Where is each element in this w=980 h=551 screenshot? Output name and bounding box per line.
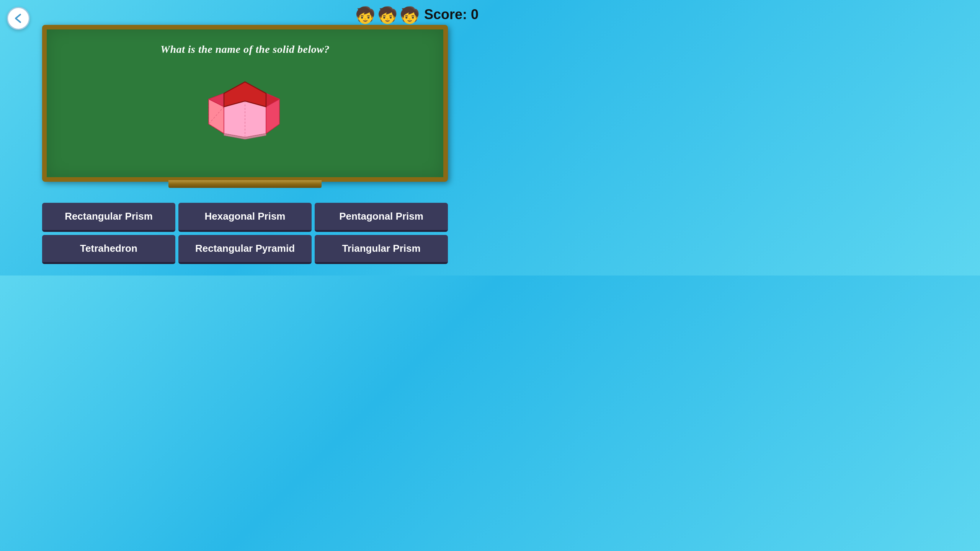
answer-hexagonal-prism[interactable]: Hexagonal Prism — [178, 203, 312, 232]
answer-pentagonal-prism[interactable]: Pentagonal Prism — [315, 203, 448, 232]
question-text: What is the name of the solid below? — [160, 43, 330, 55]
avatar-2: 🧒 — [377, 5, 396, 24]
shape-display — [203, 55, 287, 177]
avatar-3: 🧒 — [400, 5, 418, 24]
answer-triangular-prism[interactable]: Triangular Prism — [315, 235, 448, 264]
answer-rectangular-pyramid[interactable]: Rectangular Pyramid — [178, 235, 312, 264]
answer-rectangular-prism[interactable]: Rectangular Prism — [42, 203, 175, 232]
hexagonal-prism-shape — [203, 76, 287, 156]
answer-tetrahedron[interactable]: Tetrahedron — [42, 235, 175, 264]
avatar-1: 🧒 — [355, 5, 374, 24]
back-button[interactable] — [7, 7, 30, 30]
answers-area: Rectangular Prism Hexagonal Prism Pentag… — [42, 203, 448, 264]
chalkboard: What is the name of the solid below? — [42, 25, 448, 182]
chalk-ledge — [168, 180, 322, 188]
score-display: Score: 0 — [424, 7, 479, 23]
score-area: 🧒 🧒 🧒 Score: 0 — [354, 5, 479, 24]
